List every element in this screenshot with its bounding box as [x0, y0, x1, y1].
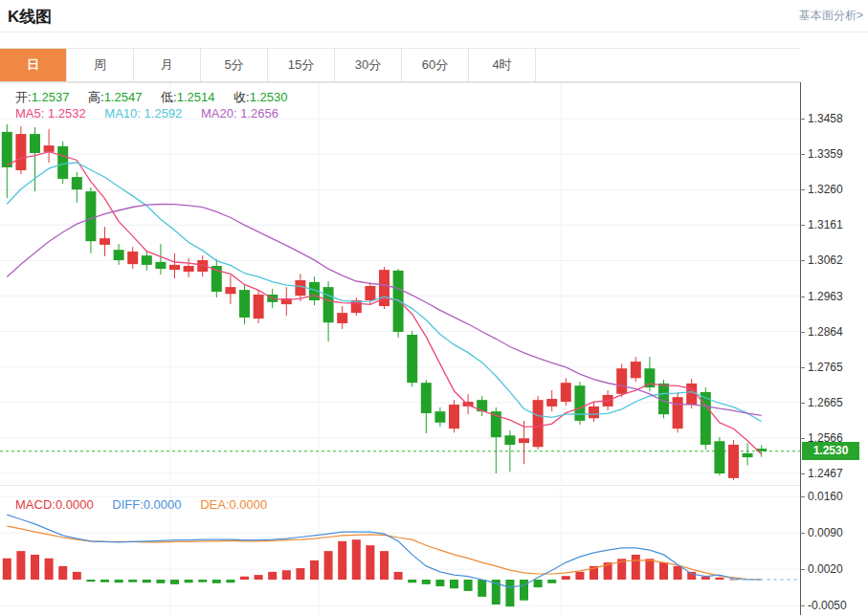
- ohlc-legend: 开:1.2537 高:1.2547 低:1.2514 收:1.2530: [15, 89, 302, 106]
- price-axis-label: 1.2467: [808, 467, 843, 480]
- axis-tick: [800, 260, 805, 261]
- price-axis-label: 1.3062: [808, 253, 843, 267]
- kline-widget: K线图 基本面分析> 日 周 月 5分 15分 30分 60分 4时 开:1.2…: [0, 0, 868, 615]
- macd-axis-label: 0.0090: [808, 526, 843, 539]
- fundamental-analysis-link[interactable]: 基本面分析>: [799, 8, 863, 24]
- ma5-readout: MA5: 1.2532: [15, 106, 86, 121]
- tab-30min[interactable]: 30分: [335, 49, 402, 81]
- axis-tick: [800, 367, 805, 368]
- axis-tick: [800, 533, 805, 534]
- axis-tick: [800, 473, 805, 474]
- page-title: K线图: [8, 6, 52, 28]
- tab-60min[interactable]: 60分: [402, 49, 469, 81]
- candles-layer: [2, 124, 767, 480]
- price-axis-label: 1.2665: [808, 396, 843, 409]
- high-readout: 高:1.2547: [88, 90, 142, 104]
- price-axis-label: 1.2765: [808, 361, 843, 374]
- open-readout: 开:1.2537: [15, 90, 69, 104]
- macd-axis-label: 0.0020: [808, 562, 843, 576]
- macd-axis-label: 0.0160: [808, 490, 843, 503]
- close-readout: 收:1.2530: [234, 90, 287, 104]
- price-axis-label: 1.2864: [808, 325, 843, 339]
- axis-tick: [800, 119, 805, 120]
- axis-tick: [800, 332, 805, 333]
- period-tabbar: 日 周 月 5分 15分 30分 60分 4时: [0, 48, 800, 82]
- tab-daily[interactable]: 日: [0, 49, 67, 81]
- pane-divider: [0, 485, 800, 486]
- candlestick-canvas: [0, 82, 800, 483]
- macd-readout: MACD:0.0000: [15, 497, 94, 512]
- tab-15min[interactable]: 15分: [268, 49, 335, 81]
- price-axis-label: 1.3161: [808, 218, 843, 231]
- axis-tick: [800, 189, 805, 190]
- low-readout: 低:1.2514: [161, 90, 214, 104]
- price-axis-label: 1.3359: [808, 147, 843, 161]
- macd-histogram: [3, 539, 738, 606]
- axis-tick: [800, 569, 805, 570]
- ma-legend: MA5: 1.2532 MA10: 1.2592 MA20: 1.2656: [15, 106, 294, 121]
- header-divider: [0, 32, 868, 33]
- dea-readout: DEA:0.0000: [200, 497, 267, 512]
- ma20-readout: MA20: 1.2656: [201, 106, 278, 121]
- axis-tick: [800, 154, 805, 155]
- price-axis-label: 1.2963: [808, 290, 843, 303]
- axis-tick: [800, 496, 805, 497]
- axis-tick: [800, 438, 805, 439]
- tab-monthly[interactable]: 月: [134, 49, 201, 81]
- current-price-tag: 1.2530: [802, 442, 859, 460]
- price-axis-label: 1.3458: [808, 112, 843, 125]
- candlestick-chart[interactable]: [0, 82, 800, 487]
- price-axis: [800, 82, 801, 615]
- axis-tick: [800, 225, 805, 226]
- axis-tick: [800, 605, 805, 606]
- axis-tick: [800, 403, 805, 404]
- diff-readout: DIFF:0.0000: [112, 497, 181, 512]
- macd-axis-label: -0.0050: [808, 599, 847, 612]
- axis-tick: [800, 297, 805, 297]
- price-axis-label: 1.3260: [808, 183, 843, 196]
- ma10-readout: MA10: 1.2592: [104, 106, 182, 121]
- macd-legend: MACD:0.0000 DIFF:0.0000 DEA:0.0000: [15, 497, 282, 512]
- tab-weekly[interactable]: 周: [67, 49, 134, 81]
- tab-5min[interactable]: 5分: [201, 49, 268, 81]
- tab-4hour[interactable]: 4时: [469, 49, 536, 81]
